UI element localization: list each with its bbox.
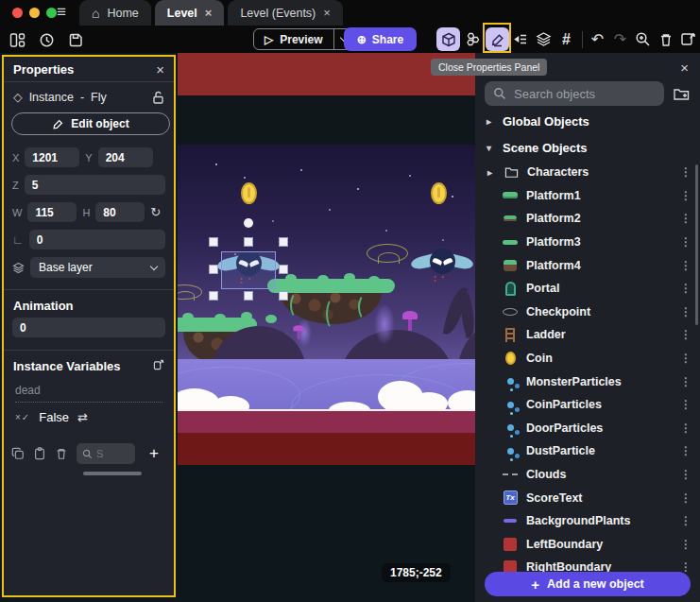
objects-search-input[interactable] [485,81,664,106]
selection-handle[interactable] [209,265,218,274]
object-item[interactable]: RightBoundary⋮ [475,556,700,572]
x-input[interactable] [25,147,79,167]
variables-search-box[interactable] [77,443,135,464]
aspect-ratio-lock-icon[interactable]: ↻ [150,205,161,219]
object-item[interactable]: MonsterParticles⋮ [475,370,700,393]
kebab-menu-icon[interactable]: ⋮ [680,468,691,481]
object-item[interactable]: CoinParticles⋮ [475,393,700,417]
kebab-menu-icon[interactable]: ⋮ [680,421,691,435]
tab-level-events[interactable]: Level (Events) × [228,0,343,26]
preview-button[interactable]: ▷ Preview [254,33,333,46]
group-scene-objects[interactable]: ▾ Scene Objects [475,136,700,159]
variable-value[interactable]: False [39,410,69,424]
share-button[interactable]: ⊕ Share [344,27,417,51]
fly-instance[interactable]: • • • [411,247,473,288]
kebab-menu-icon[interactable]: ⋮ [680,212,691,225]
save-icon[interactable] [66,30,85,49]
object-item[interactable]: Platform1⋮ [475,184,700,208]
object-item[interactable]: Clouds⋮ [475,463,700,487]
minimize-window-button[interactable] [29,8,40,18]
kebab-menu-icon[interactable]: ⋮ [680,352,691,365]
kebab-menu-icon[interactable]: ⋮ [680,328,691,341]
kebab-menu-icon[interactable]: ⋮ [680,444,691,457]
object-item[interactable]: LeftBoundary⋮ [475,533,700,557]
variable-value-row[interactable]: ×✓ False ⇄ [4,403,174,432]
object-item-folder[interactable]: ▸ Characters ⋮ [475,161,700,184]
vertical-scrollbar[interactable] [695,164,698,325]
object-item[interactable]: Ladder⋮ [475,323,700,347]
maximize-window-button[interactable] [46,8,57,18]
kebab-menu-icon[interactable]: ⋮ [680,538,691,551]
kebab-menu-icon[interactable]: ⋮ [680,560,691,572]
rotation-handle[interactable] [244,218,253,228]
group-global-objects[interactable]: ▸ Global Objects [475,110,700,132]
preview-split-button[interactable]: ▷ Preview [253,28,354,50]
kebab-menu-icon[interactable]: ⋮ [680,514,691,527]
horizontal-scrollbar[interactable] [83,472,142,475]
redo-icon[interactable]: ↷ [609,27,631,51]
width-input[interactable] [27,202,77,222]
close-tab-icon[interactable]: × [323,6,331,20]
close-objects-panel-icon[interactable]: × [680,61,689,75]
copy-icon[interactable] [11,447,25,460]
object-item[interactable]: Portal⋮ [475,277,700,301]
open-variables-editor-icon[interactable] [153,359,164,370]
delete-icon[interactable] [655,27,676,51]
menu-icon[interactable]: ≡ [57,3,66,22]
tab-home[interactable]: ⌂ Home [79,0,151,26]
trash-icon[interactable] [55,447,68,460]
y-input[interactable] [98,147,153,167]
animation-input[interactable] [12,318,165,337]
kebab-menu-icon[interactable]: ⋮ [680,305,691,318]
variable-name[interactable]: dead [15,384,162,403]
variables-search-input[interactable] [96,448,125,459]
selection-handle[interactable] [244,237,253,247]
add-variable-button[interactable]: + [149,444,159,463]
selection-handle[interactable] [209,237,218,247]
kebab-menu-icon[interactable]: ⋮ [680,235,691,249]
paste-icon[interactable] [33,447,46,460]
selection-handle[interactable] [279,265,288,274]
edit-scene-properties-icon[interactable] [677,27,699,51]
z-input[interactable] [25,175,165,195]
object-item[interactable]: Platform3⋮ [475,231,700,254]
kebab-menu-icon[interactable]: ⋮ [680,491,691,505]
toggle-boolean-icon[interactable]: ⇄ [77,410,88,424]
object-item[interactable]: Checkpoint⋮ [475,301,700,324]
selection-handle[interactable] [279,237,288,247]
height-input[interactable] [95,202,145,222]
kebab-menu-icon[interactable]: ⋮ [680,282,691,295]
undo-icon[interactable]: ↶ [587,27,608,51]
object-item[interactable]: DoorParticles⋮ [475,417,700,440]
layer-select[interactable]: Base layer [30,257,165,278]
object-item[interactable]: BackgroundPlants⋮ [475,509,700,533]
toggle-3d-view-icon[interactable] [436,27,460,51]
selection-handle[interactable] [209,291,218,301]
object-item[interactable]: DustParticle⋮ [475,439,700,463]
close-window-button[interactable] [12,8,23,18]
new-folder-icon[interactable] [673,86,691,102]
add-new-object-button[interactable]: + Add a new object [485,572,691,596]
selection-handle[interactable] [279,291,288,301]
object-item[interactable]: TxScoreText⋮ [475,486,700,509]
unlock-icon[interactable] [152,91,164,104]
kebab-menu-icon[interactable]: ⋮ [680,398,691,411]
prefab-objects-icon[interactable] [461,27,485,51]
object-item[interactable]: Coin⋮ [475,347,700,370]
panels-layout-icon[interactable] [8,30,26,49]
history-icon[interactable] [37,30,56,49]
kebab-menu-icon[interactable]: ⋮ [680,189,691,202]
instances-list-icon[interactable] [510,27,532,51]
close-tab-icon[interactable]: × [205,6,213,20]
coin-object[interactable] [431,182,447,204]
kebab-menu-icon[interactable]: ⋮ [680,375,691,388]
object-item[interactable]: Platform2⋮ [475,207,700,231]
coin-object[interactable] [241,182,257,204]
object-item[interactable]: Platform4⋮ [475,253,700,277]
zoom-in-icon[interactable] [632,27,654,51]
selection-handle[interactable] [244,291,253,301]
edit-object-button[interactable]: Edit object [11,112,170,135]
tab-level[interactable]: Level × [155,0,225,26]
grid-icon[interactable]: # [555,27,577,51]
kebab-menu-icon[interactable]: ⋮ [680,165,691,179]
